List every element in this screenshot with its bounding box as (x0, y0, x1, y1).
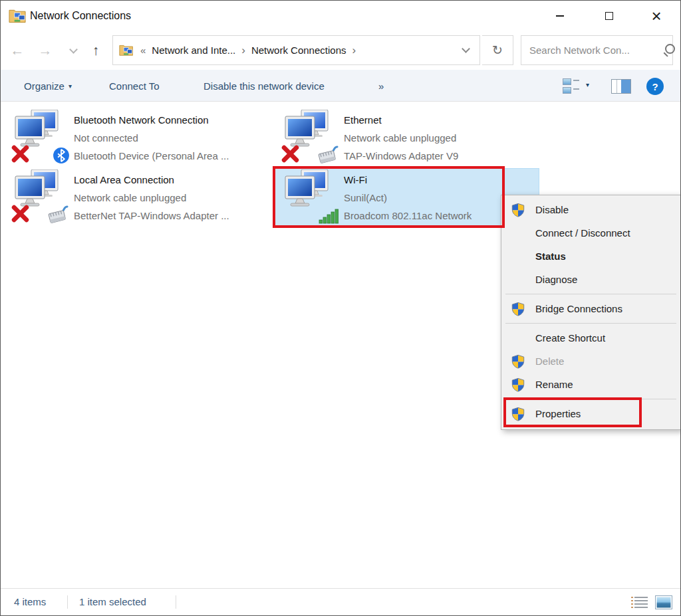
connection-icon (13, 169, 71, 225)
connection-text: Bluetooth Network Connection Not connect… (74, 111, 229, 165)
breadcrumb-separator-icon[interactable]: › (352, 44, 356, 57)
connection-item-bluetooth[interactable]: Bluetooth Network Connection Not connect… (13, 108, 272, 167)
details-view-button[interactable] (634, 597, 648, 608)
breadcrumb-separator-icon[interactable]: › (241, 44, 245, 57)
menu-separator (505, 323, 676, 324)
menu-item-disable[interactable]: Disable (501, 198, 681, 221)
menu-item-label: Create Shortcut (535, 332, 605, 344)
organize-label: Organize (24, 80, 65, 92)
back-button[interactable]: ← (6, 39, 29, 62)
menu-item-diagnose[interactable]: Diagnose (501, 268, 681, 291)
maximize-button[interactable] (592, 1, 626, 31)
change-view-button[interactable] (563, 78, 580, 95)
ethernet-plug-icon (45, 205, 70, 224)
computers-icon (14, 110, 61, 148)
menu-item-create-shortcut[interactable]: Create Shortcut (501, 326, 681, 350)
menu-item-label: Properties (535, 408, 581, 419)
chevron-down-icon (69, 45, 78, 54)
menu-separator (505, 399, 676, 399)
breadcrumb-overflow-icon[interactable]: « (140, 45, 146, 56)
selected-count: 1 item selected (79, 596, 146, 607)
recent-locations-button[interactable] (62, 39, 84, 62)
shield-spacer (511, 249, 525, 264)
address-location-icon (119, 44, 134, 56)
close-button[interactable]: × (639, 1, 674, 31)
wifi-signal-bars-icon (319, 207, 340, 224)
toolbar-overflow-button[interactable]: » (378, 70, 384, 102)
disconnected-x-icon (281, 145, 299, 163)
connection-name: Bluetooth Network Connection (74, 111, 229, 129)
menu-item-bridge-connections[interactable]: Bridge Connections (501, 297, 681, 320)
menu-item-delete[interactable]: Delete (501, 350, 681, 373)
disable-device-label: Disable this network device (204, 80, 325, 92)
connection-text: Local Area Connection Network cable unpl… (74, 171, 229, 225)
address-bar[interactable]: « Network and Inte... › Network Connecti… (112, 35, 480, 65)
disconnected-x-icon (11, 205, 29, 223)
refresh-button[interactable]: ↻ (482, 35, 513, 65)
connection-name: Local Area Connection (74, 171, 229, 189)
menu-item-status[interactable]: Status (501, 245, 681, 268)
menu-item-connect-disconnect[interactable]: Connect / Disconnect (501, 221, 681, 245)
forward-icon: → (39, 43, 53, 58)
shield-spacer (511, 272, 525, 287)
connection-device: TAP-Windows Adapter V9 (344, 147, 458, 165)
disable-device-button[interactable]: Disable this network device (204, 70, 325, 102)
connection-item-ethernet[interactable]: Ethernet Network cable unplugged TAP-Win… (283, 108, 542, 167)
connection-status: Network cable unplugged (344, 129, 458, 147)
connections-list: Bluetooth Network Connection Not connect… (1, 102, 680, 589)
shield-spacer (511, 226, 525, 241)
title-bar: Network Connections × (1, 1, 680, 33)
view-thumbnail-icon (563, 78, 571, 85)
minimize-icon (556, 15, 564, 17)
connection-name: Wi-Fi (344, 171, 472, 189)
status-bar: 4 items 1 item selected (1, 588, 680, 615)
connection-icon (283, 110, 341, 165)
computers-icon (284, 110, 331, 148)
uac-shield-icon (511, 203, 525, 217)
network-folder-icon (9, 8, 27, 24)
menu-item-label: Delete (535, 356, 564, 367)
search-box[interactable] (521, 35, 673, 65)
breadcrumb-network-and-internet[interactable]: Network and Inte... (152, 45, 235, 56)
menu-item-rename[interactable]: Rename (501, 373, 681, 396)
preview-pane-button[interactable] (611, 79, 631, 94)
help-button[interactable]: ? (646, 78, 664, 95)
search-input[interactable] (521, 45, 662, 56)
forward-button[interactable]: → (34, 39, 57, 62)
view-line-icon (573, 88, 579, 90)
menu-item-label: Diagnose (535, 274, 577, 285)
connect-to-label: Connect To (109, 80, 160, 92)
connection-device: Broadcom 802.11ac Network (344, 207, 472, 225)
organize-caret-icon: ▾ (68, 82, 72, 90)
window-title: Network Connections (30, 10, 131, 22)
shield-spacer (511, 331, 525, 346)
items-count: 4 items (14, 596, 46, 607)
uac-shield-icon (511, 377, 525, 392)
connection-text: Ethernet Network cable unplugged TAP-Win… (344, 111, 458, 165)
change-view-caret-icon[interactable]: ▾ (586, 81, 589, 88)
context-menu: Disable Connect / Disconnect Status Diag… (501, 195, 681, 430)
menu-separator (505, 294, 676, 294)
menu-item-properties[interactable]: Properties (501, 402, 681, 425)
connect-to-button[interactable]: Connect To (109, 70, 160, 102)
large-icons-view-button[interactable] (655, 595, 672, 609)
connection-item-local-area[interactable]: Local Area Connection Network cable unpl… (13, 168, 272, 227)
uac-shield-icon (511, 407, 525, 421)
minimize-button[interactable] (543, 1, 577, 31)
connection-name: Ethernet (344, 111, 458, 129)
up-button[interactable]: ↑ (84, 39, 107, 62)
connection-text: Wi-Fi Sunil(Act) Broadcom 802.11ac Netwo… (344, 171, 472, 225)
address-dropdown-icon[interactable] (462, 45, 470, 53)
breadcrumb-network-connections[interactable]: Network Connections (251, 45, 346, 56)
statusbar-divider (176, 595, 176, 609)
toolbar-overflow-icon: » (378, 80, 384, 92)
disconnected-x-icon (11, 145, 29, 163)
search-icon[interactable] (662, 43, 676, 58)
computers-icon (14, 169, 61, 208)
statusbar-divider (67, 595, 68, 609)
network-connections-window: Network Connections × ← → ↑ « Network an… (0, 0, 681, 616)
organize-button[interactable]: Organize ▾ (24, 70, 72, 102)
back-icon: ← (11, 43, 25, 58)
uac-shield-icon (511, 354, 525, 369)
help-icon: ? (652, 81, 658, 92)
